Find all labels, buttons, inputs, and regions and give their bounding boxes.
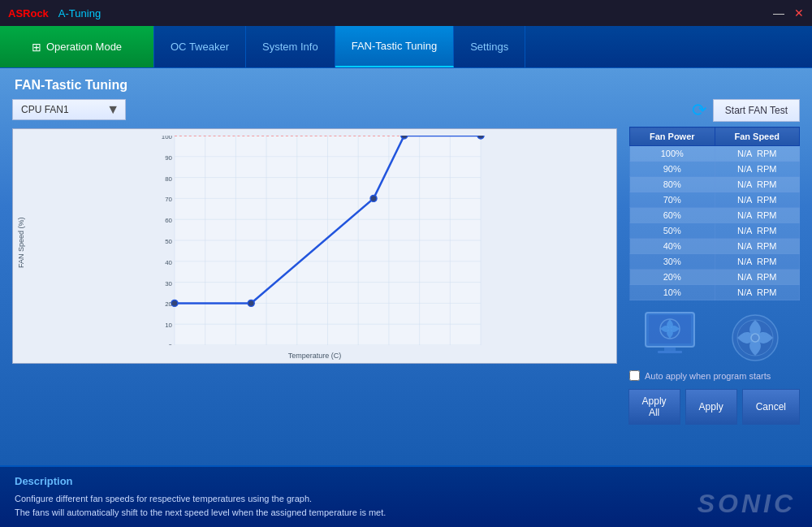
fan-speed-table: Fan Power Fan Speed 100% N/A RPM 90% N/A… xyxy=(629,127,800,300)
main-content: FAN-Tastic Tuning CPU FAN1 CPU FAN2 CHA … xyxy=(0,68,812,527)
svg-text:10: 10 xyxy=(165,322,172,329)
tab-fan-tastic[interactable]: FAN-Tastic Tuning xyxy=(335,26,455,67)
action-buttons: Apply All Apply Cancel xyxy=(629,389,800,425)
svg-text:0: 0 xyxy=(169,343,173,345)
svg-text:100: 100 xyxy=(162,136,173,140)
col-fan-power: Fan Power xyxy=(630,127,715,146)
tab-system-info[interactable]: System Info xyxy=(246,26,335,67)
description-line2: The fans will automatically shift to the… xyxy=(15,506,797,520)
svg-text:30: 30 xyxy=(165,280,172,287)
table-row: 60% N/A RPM xyxy=(630,208,800,223)
svg-text:20: 20 xyxy=(165,300,172,308)
fan-speed-cell: N/A RPM xyxy=(715,192,800,208)
tab-settings[interactable]: Settings xyxy=(454,26,525,67)
tab-operation-mode[interactable]: ⊞ Operation Mode xyxy=(0,26,154,67)
fan-power-cell: 30% xyxy=(630,254,715,270)
nav-bar: ⊞ Operation Mode OC Tweaker System Info … xyxy=(0,26,812,68)
left-panel: CPU FAN1 CPU FAN2 CHA FAN1 CHA FAN2 ▼ FA… xyxy=(12,99,617,425)
fan-hardware-icon xyxy=(719,309,792,365)
table-row: 10% N/A RPM xyxy=(630,285,800,300)
svg-text:40: 40 xyxy=(165,259,172,266)
title-bar: ASRock A-Tuning — ✕ xyxy=(0,0,812,26)
fan-test-row: ⟳ Start FAN Test xyxy=(629,99,800,122)
asrock-brand: ASRock xyxy=(8,7,49,19)
apply-all-button[interactable]: Apply All xyxy=(628,389,680,425)
auto-apply-checkbox[interactable] xyxy=(629,370,640,381)
fan-power-cell: 10% xyxy=(630,285,715,300)
window-controls: — ✕ xyxy=(773,6,804,19)
graph-svg: 0 10 20 30 40 50 60 70 80 90 100 0 10 20… xyxy=(45,136,610,345)
table-row: 50% N/A RPM xyxy=(630,223,800,239)
auto-apply-row: Auto apply when program starts xyxy=(629,370,800,381)
svg-point-25 xyxy=(248,300,254,306)
description-line1: Configure different fan speeds for respe… xyxy=(15,492,797,506)
fan-speed-cell: N/A RPM xyxy=(715,223,800,239)
sonic-watermark: SONIC xyxy=(698,489,796,519)
cancel-button[interactable]: Cancel xyxy=(742,389,800,425)
fan-speed-cell: N/A RPM xyxy=(715,208,800,223)
fan-selector-row: CPU FAN1 CPU FAN2 CHA FAN1 CHA FAN2 ▼ xyxy=(12,99,617,120)
fan-speed-cell: N/A RPM xyxy=(715,270,800,285)
fan-power-cell: 50% xyxy=(630,223,715,239)
table-row: 80% N/A RPM xyxy=(630,177,800,192)
table-row: 40% N/A RPM xyxy=(630,239,800,254)
fan-dropdown[interactable]: CPU FAN1 CPU FAN2 CHA FAN1 CHA FAN2 xyxy=(12,99,126,120)
fan-power-cell: 100% xyxy=(630,146,715,162)
table-row: 20% N/A RPM xyxy=(630,270,800,285)
table-row: 90% N/A RPM xyxy=(630,162,800,177)
description-title: Description xyxy=(15,475,797,487)
fan-speed-cell: N/A RPM xyxy=(715,285,800,300)
table-row: 70% N/A RPM xyxy=(630,192,800,208)
col-fan-speed: Fan Speed xyxy=(715,127,800,146)
fan-speed-cell: N/A RPM xyxy=(715,239,800,254)
svg-rect-55 xyxy=(658,351,682,353)
fan-speed-cell: N/A RPM xyxy=(715,254,800,270)
start-fan-test-button[interactable]: Start FAN Test xyxy=(713,99,800,122)
table-row: 100% N/A RPM xyxy=(630,146,800,162)
icons-area xyxy=(629,309,800,365)
fan-speed-cell: N/A RPM xyxy=(715,177,800,192)
fan-speed-cell: N/A RPM xyxy=(715,146,800,162)
fan-graph[interactable]: FAN Speed (%) xyxy=(12,128,617,364)
svg-point-24 xyxy=(171,300,178,306)
auto-apply-label: Auto apply when program starts xyxy=(645,371,771,381)
x-axis-label: Temperature (C) xyxy=(288,352,342,360)
apply-button[interactable]: Apply xyxy=(685,389,737,425)
svg-text:50: 50 xyxy=(165,238,172,245)
fan-power-cell: 60% xyxy=(630,208,715,223)
description-area: Description Configure different fan spee… xyxy=(0,465,812,527)
page-title: FAN-Tastic Tuning xyxy=(0,68,812,99)
y-axis-label: FAN Speed (%) xyxy=(17,137,25,348)
fan-power-cell: 70% xyxy=(630,192,715,208)
svg-text:80: 80 xyxy=(165,175,172,183)
fan-selector[interactable]: CPU FAN1 CPU FAN2 CHA FAN1 CHA FAN2 ▼ xyxy=(12,99,126,120)
fan-power-cell: 80% xyxy=(630,177,715,192)
svg-point-58 xyxy=(751,334,759,342)
fan-speed-cell: N/A RPM xyxy=(715,162,800,177)
app-name: A-Tuning xyxy=(58,7,101,19)
svg-rect-54 xyxy=(664,347,676,351)
svg-point-26 xyxy=(370,195,377,201)
app-logo: ASRock A-Tuning xyxy=(8,7,101,19)
fan-power-cell: 90% xyxy=(630,162,715,177)
table-row: 30% N/A RPM xyxy=(630,254,800,270)
tab-oc-tweaker[interactable]: OC Tweaker xyxy=(154,26,246,67)
minimize-button[interactable]: — xyxy=(773,6,784,19)
svg-text:90: 90 xyxy=(165,154,172,162)
svg-text:60: 60 xyxy=(165,217,172,224)
fan-spin-icon: ⟳ xyxy=(692,100,706,121)
svg-point-28 xyxy=(477,136,484,139)
close-button[interactable]: ✕ xyxy=(794,6,804,19)
fan-power-cell: 20% xyxy=(630,270,715,285)
svg-text:70: 70 xyxy=(165,196,172,203)
right-panel: ⟳ Start FAN Test Fan Power Fan Speed 100… xyxy=(629,99,800,425)
fan-power-cell: 40% xyxy=(630,239,715,254)
pc-monitor-icon xyxy=(637,309,710,365)
content-area: CPU FAN1 CPU FAN2 CHA FAN1 CHA FAN2 ▼ FA… xyxy=(0,99,812,425)
svg-point-27 xyxy=(401,136,408,139)
grid-icon: ⊞ xyxy=(32,41,41,54)
